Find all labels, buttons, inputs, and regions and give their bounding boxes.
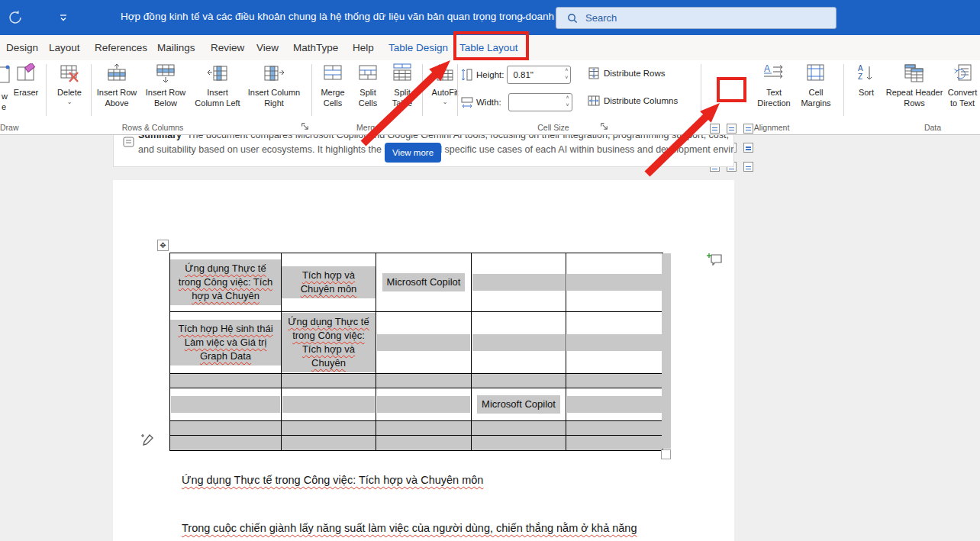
width-spin-up[interactable]: ˄ — [566, 95, 569, 102]
insert-row-above-button[interactable]: Insert Row Above — [93, 63, 140, 109]
table-cell[interactable] — [566, 436, 662, 450]
merge-cells-button[interactable]: Merge Cells — [315, 63, 350, 109]
distribute-rows-icon — [588, 67, 600, 79]
column-width-icon — [461, 95, 473, 109]
delete-dropdown-chevron[interactable]: ⌄ — [67, 99, 73, 105]
table-cell-text: Tích hợp và Chuyên môn — [282, 266, 376, 298]
table-cell[interactable] — [472, 421, 566, 436]
document-page[interactable]: ✥ Ứng dụng Thực tế trong Công việc: Tích… — [113, 180, 734, 541]
eraser-button[interactable]: Eraser — [6, 63, 46, 98]
sort-button[interactable]: A Z Sort — [849, 63, 884, 98]
tab-table-design[interactable]: Table Design — [388, 35, 448, 60]
align-top-center-button[interactable] — [727, 124, 737, 134]
insert-row-below-icon — [155, 63, 176, 84]
table-cell[interactable]: Ứng dụng Thực tế trong Công việc: Tích h… — [170, 253, 282, 312]
align-bottom-right-button[interactable] — [743, 162, 753, 172]
table-cell[interactable] — [376, 436, 472, 450]
split-table-button[interactable]: Split Table — [385, 63, 419, 109]
tab-view[interactable]: View — [256, 35, 279, 60]
doc-paragraph[interactable]: Trong cuộc chiến giành lấy năng suất làm… — [182, 522, 637, 534]
insert-column-right-button[interactable]: Insert Column Right — [246, 63, 302, 109]
tab-table-layout[interactable]: Table Layout — [459, 35, 518, 60]
row-height-field: Height: 0.81" ˄˅ — [461, 66, 571, 84]
text-direction-button[interactable]: A Text Direction — [752, 63, 796, 109]
group-label-alignment: Alignment — [746, 123, 797, 132]
insert-column-left-icon — [207, 63, 228, 84]
height-spin-up[interactable]: ˄ — [565, 67, 568, 75]
distribute-columns-button[interactable]: Distribute Columns — [588, 95, 678, 107]
group-label-data: Data — [914, 123, 951, 132]
distribute-rows-button[interactable]: Distribute Rows — [588, 67, 666, 79]
table-cell[interactable] — [170, 388, 282, 421]
width-input[interactable]: ˄˅ — [508, 93, 572, 111]
table-cell[interactable] — [472, 253, 566, 312]
align-center-right-button[interactable] — [743, 143, 753, 153]
table-cell[interactable] — [282, 421, 376, 436]
table-cell[interactable] — [566, 253, 662, 312]
tab-mailings[interactable]: Mailings — [157, 35, 195, 60]
table-cell[interactable] — [472, 312, 566, 374]
table-cell-text: Microsoft Copilot — [477, 395, 560, 414]
table-cell[interactable] — [170, 374, 282, 388]
table-cell[interactable] — [376, 374, 472, 388]
table-cell[interactable] — [376, 421, 472, 436]
width-spin-down[interactable]: ˅ — [566, 102, 569, 110]
selection-band — [171, 396, 280, 413]
selection-band — [472, 334, 565, 351]
insert-row-below-button[interactable]: Insert Row Below — [142, 63, 189, 109]
insert-column-left-button[interactable]: Insert Column Left — [192, 63, 243, 109]
ribbon-options-icon[interactable] — [58, 12, 69, 23]
autofit-icon — [435, 63, 456, 84]
table-cell[interactable]: Tích hợp và Chuyên môn — [282, 253, 376, 312]
table-cell[interactable] — [566, 421, 662, 436]
table-cell[interactable] — [282, 436, 376, 450]
table-cell[interactable]: Ứng dụng Thực tế trong Công việc: Tích h… — [282, 312, 376, 374]
tab-mathtype[interactable]: MathType — [293, 35, 338, 60]
doc-table: Ứng dụng Thực tế trong Công việc: Tích h… — [169, 253, 663, 451]
table-cell[interactable] — [566, 312, 662, 374]
table-cell[interactable] — [376, 312, 472, 374]
height-input[interactable]: 0.81" ˄˅ — [507, 66, 571, 84]
tab-review[interactable]: Review — [211, 35, 244, 60]
table-move-handle[interactable]: ✥ — [157, 240, 169, 251]
annotation-box-align-center — [717, 77, 746, 102]
rows-columns-dialog-launcher[interactable] — [301, 122, 310, 131]
autofit-button[interactable]: AutoFit ⌄ — [426, 63, 464, 105]
height-spin-down[interactable]: ˅ — [565, 75, 568, 82]
convert-to-text-button[interactable]: Convert to Text — [945, 63, 980, 109]
table-cell[interactable]: Microsoft Copilot — [376, 253, 472, 312]
table-cell[interactable] — [472, 436, 566, 450]
clipped-button-text: e — [2, 102, 6, 111]
tab-help[interactable]: Help — [353, 35, 374, 60]
search-input[interactable]: Search — [556, 7, 837, 29]
tab-design[interactable]: Design — [6, 35, 38, 60]
table-cell[interactable]: Tích hợp Hệ sinh thái Làm việc và Giá tr… — [170, 312, 282, 374]
align-top-left-button[interactable] — [710, 124, 720, 134]
table-cell[interactable]: Microsoft Copilot — [472, 388, 566, 421]
table-cell[interactable] — [170, 436, 282, 450]
table-cell[interactable] — [472, 374, 566, 388]
tab-references[interactable]: References — [95, 35, 147, 60]
table-cell[interactable] — [566, 374, 662, 388]
table-resize-handle[interactable] — [661, 449, 671, 459]
selection-band — [567, 274, 662, 291]
table-cell[interactable] — [376, 388, 472, 421]
repeat-header-rows-button[interactable]: Repeat Header Rows — [885, 63, 943, 109]
table-cell[interactable] — [282, 388, 376, 421]
split-cells-button[interactable]: Split Cells — [352, 63, 384, 109]
svg-text:A: A — [764, 63, 770, 74]
tab-layout[interactable]: Layout — [49, 35, 80, 60]
delete-button[interactable]: Delete ⌄ — [50, 63, 89, 105]
cell-size-dialog-launcher[interactable] — [600, 122, 609, 131]
table-cell[interactable] — [282, 374, 376, 388]
insert-column-right-icon — [263, 63, 285, 84]
table-cell[interactable] — [566, 388, 662, 421]
summary-banner: Summary The document compares Microsoft … — [113, 135, 734, 167]
table-cell[interactable] — [170, 421, 282, 436]
title-chevron-icon[interactable]: ⌄ — [520, 11, 527, 21]
doc-heading[interactable]: Ứng dụng Thực tế trong Công việc: Tích h… — [182, 474, 483, 486]
add-comment-icon[interactable] — [707, 252, 724, 267]
cell-margins-button[interactable]: Cell Margins — [796, 63, 836, 109]
view-more-button[interactable]: View more — [385, 143, 441, 163]
autofit-dropdown-chevron[interactable]: ⌄ — [443, 99, 448, 105]
